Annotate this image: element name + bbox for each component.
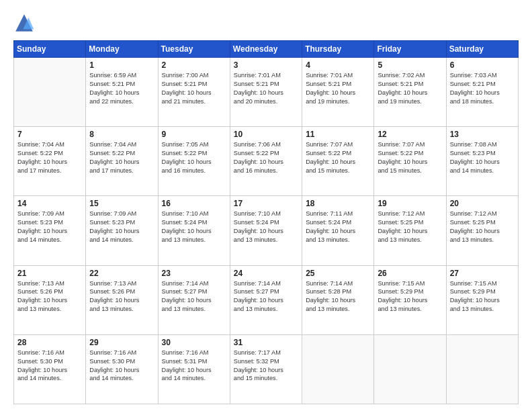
- week-row-4: 21Sunrise: 7:13 AM Sunset: 5:26 PM Dayli…: [14, 265, 519, 334]
- day-cell: 22Sunrise: 7:13 AM Sunset: 5:26 PM Dayli…: [86, 265, 158, 334]
- day-info: Sunrise: 7:12 AM Sunset: 5:25 PM Dayligh…: [450, 210, 515, 244]
- week-row-5: 28Sunrise: 7:16 AM Sunset: 5:30 PM Dayli…: [14, 334, 519, 404]
- day-number: 20: [450, 199, 515, 208]
- day-cell: 12Sunrise: 7:07 AM Sunset: 5:22 PM Dayli…: [374, 127, 446, 196]
- day-info: Sunrise: 7:11 AM Sunset: 5:24 PM Dayligh…: [306, 210, 370, 244]
- weekday-header-monday: Monday: [86, 41, 158, 58]
- day-info: Sunrise: 7:16 AM Sunset: 5:31 PM Dayligh…: [162, 349, 226, 383]
- day-info: Sunrise: 7:07 AM Sunset: 5:22 PM Dayligh…: [378, 140, 442, 175]
- day-number: 22: [89, 269, 154, 278]
- day-cell: 13Sunrise: 7:08 AM Sunset: 5:23 PM Dayli…: [446, 127, 518, 196]
- day-cell: 7Sunrise: 7:04 AM Sunset: 5:22 PM Daylig…: [14, 127, 86, 196]
- day-cell: [14, 58, 86, 127]
- day-cell: 3Sunrise: 7:01 AM Sunset: 5:21 PM Daylig…: [230, 58, 302, 127]
- day-number: 3: [234, 60, 298, 70]
- day-number: 24: [234, 269, 298, 278]
- day-number: 18: [306, 199, 370, 208]
- day-number: 30: [162, 338, 226, 347]
- day-cell: [374, 334, 446, 404]
- day-number: 6: [450, 60, 515, 70]
- day-cell: 31Sunrise: 7:17 AM Sunset: 5:32 PM Dayli…: [230, 334, 302, 404]
- day-info: Sunrise: 7:05 AM Sunset: 5:22 PM Dayligh…: [162, 140, 226, 175]
- day-cell: [446, 334, 518, 404]
- day-cell: 15Sunrise: 7:09 AM Sunset: 5:23 PM Dayli…: [86, 196, 158, 265]
- day-number: 21: [17, 269, 82, 278]
- day-cell: 8Sunrise: 7:04 AM Sunset: 5:22 PM Daylig…: [86, 127, 158, 196]
- day-number: 7: [17, 130, 82, 139]
- weekday-header-sunday: Sunday: [14, 41, 86, 58]
- logo: [13, 12, 39, 34]
- day-info: Sunrise: 7:09 AM Sunset: 5:23 PM Dayligh…: [89, 210, 154, 244]
- day-info: Sunrise: 7:16 AM Sunset: 5:30 PM Dayligh…: [89, 349, 154, 383]
- day-cell: 30Sunrise: 7:16 AM Sunset: 5:31 PM Dayli…: [158, 334, 230, 404]
- weekday-header-row: SundayMondayTuesdayWednesdayThursdayFrid…: [14, 41, 519, 58]
- week-row-2: 7Sunrise: 7:04 AM Sunset: 5:22 PM Daylig…: [14, 127, 519, 196]
- day-cell: 2Sunrise: 7:00 AM Sunset: 5:21 PM Daylig…: [158, 58, 230, 127]
- weekday-header-friday: Friday: [374, 41, 446, 58]
- day-cell: 10Sunrise: 7:06 AM Sunset: 5:22 PM Dayli…: [230, 127, 302, 196]
- day-number: 10: [234, 130, 298, 139]
- day-number: 8: [89, 130, 154, 139]
- day-number: 9: [162, 130, 226, 139]
- weekday-header-thursday: Thursday: [302, 41, 374, 58]
- page: SundayMondayTuesdayWednesdayThursdayFrid…: [0, 0, 532, 411]
- day-cell: 6Sunrise: 7:03 AM Sunset: 5:21 PM Daylig…: [446, 58, 518, 127]
- day-info: Sunrise: 7:02 AM Sunset: 5:21 PM Dayligh…: [378, 71, 442, 106]
- day-info: Sunrise: 7:01 AM Sunset: 5:21 PM Dayligh…: [306, 71, 370, 106]
- day-number: 25: [306, 269, 370, 278]
- week-row-3: 14Sunrise: 7:09 AM Sunset: 5:23 PM Dayli…: [14, 196, 519, 265]
- day-number: 28: [17, 338, 82, 347]
- day-info: Sunrise: 7:06 AM Sunset: 5:22 PM Dayligh…: [234, 140, 298, 175]
- day-cell: 28Sunrise: 7:16 AM Sunset: 5:30 PM Dayli…: [14, 334, 86, 404]
- day-info: Sunrise: 7:10 AM Sunset: 5:24 PM Dayligh…: [234, 210, 298, 244]
- day-number: 1: [89, 60, 154, 70]
- weekday-header-saturday: Saturday: [446, 41, 518, 58]
- day-info: Sunrise: 7:12 AM Sunset: 5:25 PM Dayligh…: [378, 210, 442, 244]
- day-number: 2: [162, 60, 226, 70]
- day-info: Sunrise: 7:03 AM Sunset: 5:21 PM Dayligh…: [450, 71, 515, 106]
- day-number: 23: [162, 269, 226, 278]
- day-number: 29: [89, 338, 154, 347]
- day-cell: 25Sunrise: 7:14 AM Sunset: 5:28 PM Dayli…: [302, 265, 374, 334]
- day-info: Sunrise: 7:01 AM Sunset: 5:21 PM Dayligh…: [234, 71, 298, 106]
- day-info: Sunrise: 7:04 AM Sunset: 5:22 PM Dayligh…: [89, 140, 154, 175]
- day-cell: 5Sunrise: 7:02 AM Sunset: 5:21 PM Daylig…: [374, 58, 446, 127]
- logo-icon: [13, 12, 35, 34]
- day-cell: 1Sunrise: 6:59 AM Sunset: 5:21 PM Daylig…: [86, 58, 158, 127]
- day-number: 15: [89, 199, 154, 208]
- day-info: Sunrise: 7:15 AM Sunset: 5:29 PM Dayligh…: [450, 279, 515, 314]
- day-number: 26: [378, 269, 442, 278]
- day-info: Sunrise: 7:10 AM Sunset: 5:24 PM Dayligh…: [162, 210, 226, 244]
- day-info: Sunrise: 7:07 AM Sunset: 5:22 PM Dayligh…: [306, 140, 370, 175]
- day-number: 12: [378, 130, 442, 139]
- weekday-header-tuesday: Tuesday: [158, 41, 230, 58]
- day-cell: 21Sunrise: 7:13 AM Sunset: 5:26 PM Dayli…: [14, 265, 86, 334]
- day-number: 31: [234, 338, 298, 347]
- day-info: Sunrise: 6:59 AM Sunset: 5:21 PM Dayligh…: [89, 71, 154, 106]
- day-number: 5: [378, 60, 442, 70]
- day-cell: 18Sunrise: 7:11 AM Sunset: 5:24 PM Dayli…: [302, 196, 374, 265]
- day-cell: 27Sunrise: 7:15 AM Sunset: 5:29 PM Dayli…: [446, 265, 518, 334]
- day-cell: 14Sunrise: 7:09 AM Sunset: 5:23 PM Dayli…: [14, 196, 86, 265]
- day-cell: 29Sunrise: 7:16 AM Sunset: 5:30 PM Dayli…: [86, 334, 158, 404]
- day-cell: 9Sunrise: 7:05 AM Sunset: 5:22 PM Daylig…: [158, 127, 230, 196]
- day-cell: 4Sunrise: 7:01 AM Sunset: 5:21 PM Daylig…: [302, 58, 374, 127]
- day-info: Sunrise: 7:15 AM Sunset: 5:29 PM Dayligh…: [378, 279, 442, 314]
- day-number: 17: [234, 199, 298, 208]
- header: [13, 12, 519, 34]
- week-row-1: 1Sunrise: 6:59 AM Sunset: 5:21 PM Daylig…: [14, 58, 519, 127]
- day-cell: 20Sunrise: 7:12 AM Sunset: 5:25 PM Dayli…: [446, 196, 518, 265]
- weekday-header-wednesday: Wednesday: [230, 41, 302, 58]
- day-cell: 16Sunrise: 7:10 AM Sunset: 5:24 PM Dayli…: [158, 196, 230, 265]
- day-info: Sunrise: 7:00 AM Sunset: 5:21 PM Dayligh…: [162, 71, 226, 106]
- day-info: Sunrise: 7:14 AM Sunset: 5:27 PM Dayligh…: [162, 279, 226, 314]
- day-info: Sunrise: 7:13 AM Sunset: 5:26 PM Dayligh…: [89, 279, 154, 314]
- day-info: Sunrise: 7:13 AM Sunset: 5:26 PM Dayligh…: [17, 279, 82, 314]
- day-number: 11: [306, 130, 370, 139]
- day-info: Sunrise: 7:16 AM Sunset: 5:30 PM Dayligh…: [17, 349, 82, 383]
- day-info: Sunrise: 7:09 AM Sunset: 5:23 PM Dayligh…: [17, 210, 82, 244]
- calendar-table: SundayMondayTuesdayWednesdayThursdayFrid…: [13, 40, 519, 404]
- day-info: Sunrise: 7:04 AM Sunset: 5:22 PM Dayligh…: [17, 140, 82, 175]
- day-number: 27: [450, 269, 515, 278]
- day-number: 19: [378, 199, 442, 208]
